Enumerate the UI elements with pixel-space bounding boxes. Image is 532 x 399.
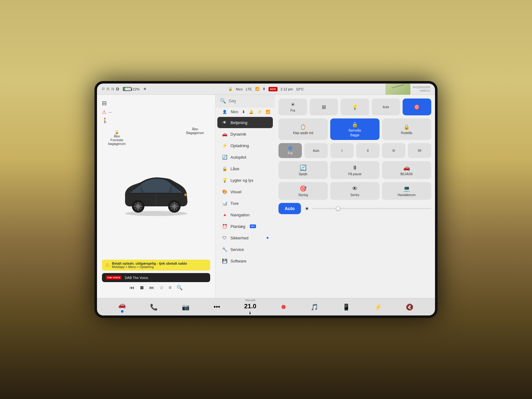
taskbar-phone[interactable]: 📞: [146, 302, 162, 312]
child-lock-button[interactable]: 🔒 Børnelås Bagge: [330, 118, 380, 140]
light-auto-button[interactable]: Auto: [372, 99, 400, 115]
taskbar-more[interactable]: •••: [210, 302, 224, 312]
map-thumbnail[interactable]: [385, 84, 410, 95]
apps-icon: 📱: [342, 303, 350, 311]
laase-label: Låse: [230, 166, 239, 171]
gear-p: P: [102, 87, 105, 91]
headlight-icon-row: ⊟: [102, 100, 210, 107]
menu-item-sikkerhed[interactable]: 🛡 Sikkerhed: [217, 232, 273, 243]
service-label: Service: [230, 247, 244, 252]
steering-button[interactable]: 🎯 Styring: [278, 182, 328, 200]
battery-pct: 22%: [133, 87, 140, 91]
battery-icon: [123, 87, 132, 91]
next-button[interactable]: ⏭: [149, 285, 154, 291]
brightness-thumb: [336, 206, 340, 211]
betjening-label: Betjening: [230, 120, 247, 125]
glovebox-button[interactable]: 💻 Handakerum: [382, 182, 431, 200]
network-status: LTE: [246, 87, 252, 91]
taskbar-volume[interactable]: 🔇: [402, 302, 417, 312]
car-icon: 🚗: [118, 301, 126, 309]
navigation-label: Navigation: [230, 213, 249, 217]
wiper-speed2-button[interactable]: II: [356, 143, 380, 158]
taskbar-temp-left[interactable]: Manuelt 21.0 🌡: [240, 297, 260, 315]
wiper-auto-button[interactable]: Auto: [304, 143, 328, 158]
child-lock-sub: Bagge: [351, 133, 360, 137]
taskbar-spotify[interactable]: 🎵: [307, 302, 322, 312]
service-icon: 🔧: [222, 247, 227, 252]
glovebox-label: Handakerum: [398, 193, 415, 197]
visuel-icon: 🎨: [222, 189, 227, 194]
window-lock-button[interactable]: 🔒 Rudelås: [382, 118, 431, 140]
sentry-label: Sentry: [351, 193, 360, 197]
alert-icon: ⚠: [105, 262, 109, 268]
menu-item-ture[interactable]: 📊 Ture: [217, 198, 273, 209]
pause-label: På pause: [348, 172, 361, 176]
menu-item-planlaeg[interactable]: ⏰ Planlæg NY: [217, 221, 273, 232]
driver-name: Nico: [236, 87, 243, 91]
betjening-icon: 👁: [222, 120, 227, 125]
taskbar-dot: [121, 310, 123, 313]
status-bar: P R N D 22% ❄ 🔒 Nico LTE 📶 ⬆ SOS 2.12 pm: [97, 84, 435, 95]
trunk-label[interactable]: ÅbnBagagerum: [186, 127, 204, 135]
action-row-2: 🎯 Styring 👁 Sentry 💻 Handakerum: [278, 182, 431, 200]
light-active-button[interactable]: 🎯: [403, 99, 431, 115]
auto-button[interactable]: Auto: [278, 203, 301, 214]
taskbar-camera[interactable]: 📷: [178, 302, 193, 312]
user-icon: 👤: [222, 110, 227, 114]
wiper-speed3-button[interactable]: III: [382, 143, 405, 158]
favorite-button[interactable]: ☆: [159, 285, 164, 291]
taskbar-bluetooth[interactable]: ⚡: [370, 302, 386, 312]
menu-item-dynamik[interactable]: 🚗 Dynamik: [217, 128, 273, 140]
carwash-button[interactable]: 🚗 BILVASK: [382, 161, 431, 179]
taskbar-car[interactable]: 🚗: [114, 300, 130, 314]
pause-button[interactable]: ⏸ På pause: [330, 161, 380, 179]
menu-item-opladning[interactable]: ⚡ Opladning: [217, 140, 273, 151]
sentry-button[interactable]: 👁 Sentry: [330, 182, 380, 200]
wiper-speed2: II: [367, 149, 369, 152]
prev-button[interactable]: ⏮: [129, 285, 134, 291]
light-high-button[interactable]: 💡: [341, 99, 369, 115]
menu-header: 👤 Nico ⬇ 🔔 ⚡ 📶: [215, 107, 275, 117]
menu-item-visuel[interactable]: 🎨 Visuel: [217, 186, 273, 197]
menu-item-software[interactable]: 💾 Software: [217, 255, 273, 267]
front-trunk-label[interactable]: 🔓 ÅbnForrestebagagerum: [108, 130, 126, 146]
menu-item-service[interactable]: 🔧 Service: [217, 244, 273, 255]
menu-item-navigation[interactable]: 🔺 Navigation: [217, 209, 273, 220]
sikkerhed-icon: 🛡: [222, 235, 227, 240]
upload-icon: ⬆: [263, 87, 265, 91]
sikkerhed-dot: [267, 237, 268, 239]
mirrors-label: Spejle: [299, 172, 307, 176]
ture-label: Ture: [230, 201, 239, 206]
light-low-button[interactable]: ⊞: [310, 99, 338, 115]
car-view-area: 🔓 ÅbnForrestebagagerum ÅbnBagagerum: [102, 127, 210, 257]
menu-item-laase[interactable]: 🔒 Låse: [217, 163, 273, 174]
taskbar-record[interactable]: ⏺: [277, 302, 290, 312]
taskbar: 🚗 📞 📷 ••• Manuelt 21.0 🌡 ⏺ 🎵: [97, 298, 435, 315]
light-off-button[interactable]: ☀ Fra: [278, 99, 307, 115]
equalizer-button[interactable]: ≡: [169, 285, 172, 291]
controls-panel: ☀ Fra ⊞ 💡 Auto 🎯: [275, 95, 435, 298]
search-media-button[interactable]: 🔍: [177, 285, 183, 291]
gear-d: D: [116, 87, 119, 91]
wiper-speed1-button[interactable]: I: [330, 143, 354, 158]
carwash-label: BILVASK: [400, 172, 413, 176]
record-icon: ⏺: [280, 303, 287, 310]
snowflake-icon: ❄: [143, 87, 146, 91]
menu-item-lygter[interactable]: 💡 Lygter og lys: [217, 175, 273, 186]
search-input[interactable]: [229, 99, 270, 103]
fold-mirrors-button[interactable]: 🪞 Klap spejle ind: [278, 118, 328, 140]
mirrors-button[interactable]: 🔄 Spejle: [278, 161, 328, 179]
wiper-off-button[interactable]: 🌀 Fra: [278, 143, 302, 158]
wiper-speed4-button[interactable]: IIII: [408, 143, 431, 158]
vehicle-status-icons: ⊟ ⚠ — 🚶: [102, 100, 210, 123]
menu-item-betjening[interactable]: 👁 Betjening: [217, 117, 273, 128]
stop-button[interactable]: ⏹: [139, 285, 144, 291]
bluetooth-icon: ⚡: [257, 110, 262, 114]
menu-item-autopilot[interactable]: 🔄 Autopilot: [217, 151, 273, 163]
planlaeg-icon: ⏰: [222, 224, 227, 229]
taskbar-apps[interactable]: 📱: [339, 302, 354, 312]
software-icon: 💾: [222, 258, 227, 263]
brightness-slider[interactable]: [312, 208, 431, 209]
tesla-screen: P R N D 22% ❄ 🔒 Nico LTE 📶 ⬆ SOS 2.12 pm: [97, 84, 435, 315]
menu-items-list: 👁 Betjening 🚗 Dynamik ⚡ Opladning 🔄 Auto…: [215, 117, 275, 267]
